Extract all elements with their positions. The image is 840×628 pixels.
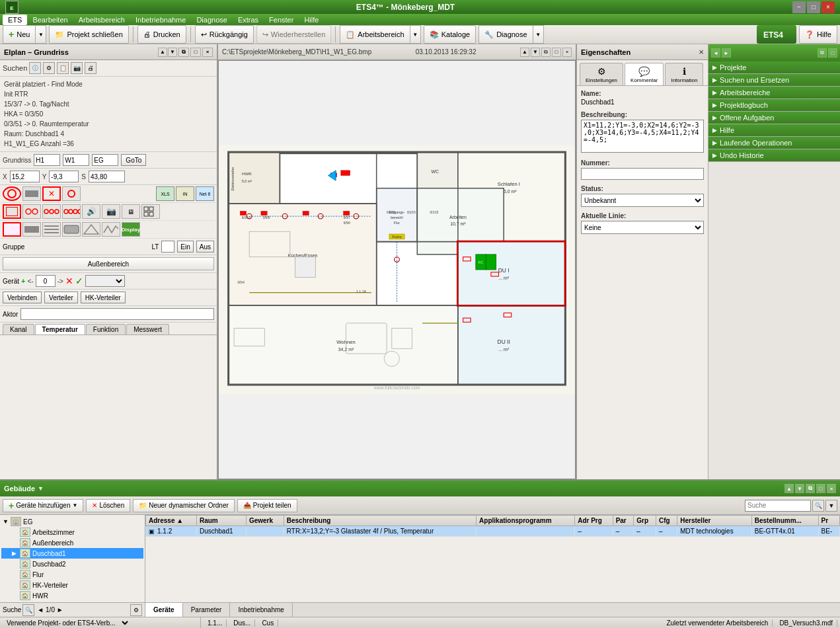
up-arrow[interactable]: ▲ — [158, 48, 167, 57]
canvas-up[interactable]: ▲ — [520, 48, 529, 57]
drucken-button[interactable]: 🖨 Drucken — [137, 25, 186, 44]
projekt-teilen-button[interactable]: 📤 Projekt teilen — [237, 499, 297, 512]
aktor-input[interactable] — [20, 308, 214, 320]
search-btn3[interactable]: 🖨 — [85, 62, 96, 74]
dev-icon-bar[interactable] — [22, 222, 41, 237]
menu-item-ets[interactable]: ETS — [3, 15, 27, 25]
parameter-tab[interactable]: Parameter — [183, 603, 231, 617]
dev-icon-rect[interactable] — [22, 186, 41, 201]
dev-icon-redsq[interactable] — [3, 222, 21, 237]
rueckgaengig-button[interactable]: ↩ Rückgängig — [195, 25, 254, 44]
undo-header[interactable]: ▶ Undo Historie — [708, 149, 840, 161]
ein-button[interactable]: Ein — [177, 241, 193, 253]
canvas-down[interactable]: ▼ — [531, 48, 540, 57]
down-arrow[interactable]: ▼ — [168, 48, 177, 57]
tree-hk-verteiler[interactable]: 🏠 HK-Verteiler — [1, 580, 143, 590]
dev-icon-triangle[interactable] — [82, 222, 100, 237]
x-input[interactable] — [10, 171, 40, 182]
dev-icon-camera[interactable]: 📷 — [102, 204, 120, 219]
offene-aufgaben-header[interactable]: ▶ Offene Aufgaben — [708, 112, 840, 124]
col-raum[interactable]: Raum — [196, 516, 246, 526]
laufende-header[interactable]: ▶ Laufende Operationen — [708, 137, 840, 149]
bottom-search-btn[interactable]: 🔍 — [812, 500, 824, 512]
search-btn1[interactable]: 📋 — [57, 62, 69, 74]
dev-icon-dot[interactable] — [62, 186, 81, 201]
dev-icon-4circles[interactable] — [62, 204, 81, 219]
dev-icon-circle[interactable] — [3, 186, 21, 201]
eigenschaften-close[interactable]: × — [699, 47, 704, 57]
sidebar-next[interactable]: ► — [722, 48, 731, 58]
sidebar-max[interactable]: □ — [828, 48, 837, 58]
maximize-panel-btn[interactable]: □ — [190, 48, 201, 57]
dev-icon-speaker[interactable]: 🔊 — [82, 204, 100, 219]
messwert-tab[interactable]: Messwert — [126, 324, 169, 334]
menu-item-extras[interactable]: Extras — [233, 15, 264, 25]
minimize-button[interactable]: − — [792, 1, 806, 13]
arbeitsbereiche-header[interactable]: ▶ Arbeitsbereiche — [708, 87, 840, 98]
dev-icon-3circles[interactable] — [42, 204, 61, 219]
geraete-hinzufuegen-button[interactable]: + Geräte hinzufügen ▼ — [3, 499, 83, 512]
einstellungen-tab[interactable]: ⚙ Einstellungen — [580, 63, 623, 85]
dev-icon-net6[interactable]: Net 6 — [196, 186, 214, 201]
gebaeude-up[interactable]: ▲ — [784, 484, 794, 493]
menu-item-bearbeiten[interactable]: Bearbeiten — [27, 15, 73, 25]
close-button[interactable]: × — [821, 1, 835, 13]
menu-item-hilfe[interactable]: Hilfe — [299, 15, 324, 25]
col-bestellnr[interactable]: Bestellnumm... — [751, 516, 818, 526]
loeschen-button[interactable]: ✕ Löschen — [86, 499, 130, 512]
suchen-header[interactable]: ▶ Suchen und Ersetzen — [708, 74, 840, 86]
tree-aussenbereich[interactable]: 🏠 Außenbereich — [1, 537, 143, 548]
gerat-check-icon[interactable]: ✓ — [75, 276, 83, 286]
canvas-restore[interactable]: ⧉ — [541, 48, 551, 57]
bottom-table-container[interactable]: Adresse ▲ Raum Gewerk Beschreibung Appli… — [145, 515, 840, 602]
col-cfg[interactable]: Cfg — [656, 516, 677, 526]
arbeitsbereich-arrow[interactable]: ▼ — [410, 25, 420, 44]
dev-icon-grid[interactable] — [141, 204, 160, 219]
diagnose-dropdown[interactable]: 🔧 Diagnose ▼ — [478, 25, 543, 44]
verbinden-button[interactable]: Verbinden — [3, 292, 42, 303]
wiederherstellen-button[interactable]: ↪ Wiederherstellen — [256, 25, 332, 44]
neu-dropdown[interactable]: + Neu ▼ — [3, 25, 46, 44]
display-icon[interactable]: Display — [122, 222, 140, 237]
h1-input[interactable] — [34, 154, 60, 166]
gerat-num-input[interactable] — [36, 275, 56, 287]
s-input[interactable] — [89, 171, 125, 182]
tree-search-btn[interactable]: 🔍 — [22, 604, 34, 616]
dev-icon-tn[interactable]: IN — [176, 186, 194, 201]
dev-icon-zigzag[interactable] — [102, 222, 120, 237]
gebaeude-close[interactable]: × — [827, 484, 836, 493]
tree-duschbad2[interactable]: 🏠 Duschbad2 — [1, 559, 143, 569]
status-combo[interactable] — [117, 617, 130, 628]
geraete-tab[interactable]: Geräte — [145, 603, 183, 617]
bottom-filter-btn[interactable]: ▼ — [825, 500, 837, 512]
dev-icon-x[interactable]: ✕ — [42, 186, 61, 201]
neuer-ordner-button[interactable]: 📁 Neuer dynamischer Ordner — [133, 499, 235, 512]
canvas-maximize[interactable]: □ — [552, 48, 561, 57]
kataloge-button[interactable]: 📚 Kataloge — [424, 25, 476, 44]
gebaeude-max[interactable]: □ — [816, 484, 825, 493]
kommentar-tab[interactable]: 💬 Kommentar — [625, 63, 664, 85]
gerat-plus[interactable]: + — [21, 277, 25, 285]
information-tab[interactable]: ℹ Information — [665, 63, 703, 85]
tree-flur[interactable]: 🏠 Flur — [1, 569, 143, 580]
bottom-search-input[interactable] — [745, 500, 811, 512]
search-settings-btn[interactable]: ⚙ — [43, 62, 55, 74]
gebaeude-restore[interactable]: ⧉ — [806, 484, 815, 493]
col-adr-prg[interactable]: Adr Prg — [575, 516, 613, 526]
menu-item-arbeitsbereich[interactable]: Arbeitsbereich — [73, 15, 130, 25]
lt-input[interactable] — [161, 241, 174, 253]
verteiler-button[interactable]: Verteiler — [44, 292, 78, 303]
nummer-input[interactable] — [581, 168, 704, 180]
temperatur-tab[interactable]: Temperatur — [35, 324, 85, 334]
projektlogbuch-header[interactable]: ▶ Projektlogbuch — [708, 99, 840, 111]
close-panel-btn[interactable]: × — [202, 48, 213, 57]
tree-eg[interactable]: ▼ 🏢 EG — [1, 516, 143, 527]
hk-verteiler-button[interactable]: HK-Verteiler — [81, 292, 126, 303]
dev-icon-xls[interactable]: XLS — [156, 186, 174, 201]
maximize-button[interactable]: □ — [807, 1, 820, 13]
canvas-area[interactable]: WC Schlafen I 16,0 m² HWR 5,0 m² Elektro… — [218, 60, 576, 479]
tree-duschbad1[interactable]: ▶ 🏠 Duschbad1 — [1, 548, 143, 559]
arbeitsbereich-dropdown[interactable]: 📋 Arbeitsbereich ▼ — [340, 25, 420, 44]
col-gewerk[interactable]: Gewerk — [246, 516, 284, 526]
projekt-schliessen-button[interactable]: 📁 Projekt schließen — [49, 25, 128, 44]
